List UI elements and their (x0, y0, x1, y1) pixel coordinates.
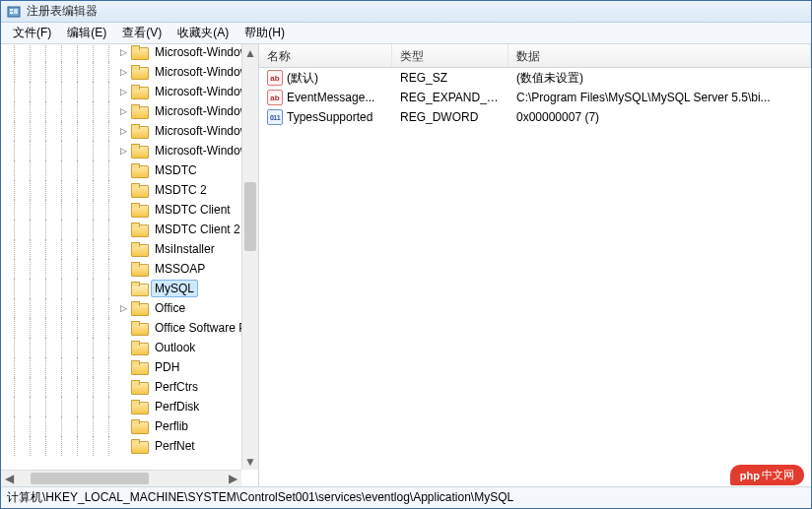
expander-icon (117, 420, 129, 432)
scroll-down-arrow-icon[interactable]: ▼ (242, 453, 258, 470)
expander-icon (117, 322, 129, 334)
tree-item-label: PDH (151, 358, 183, 376)
tree-item[interactable]: Perflib (1, 416, 258, 436)
menu-view[interactable]: 查看(V) (114, 23, 169, 43)
column-header-type[interactable]: 类型 (392, 44, 508, 67)
tree-item[interactable]: MSDTC 2 (1, 180, 258, 200)
folder-icon (131, 124, 147, 138)
value-name: (默认) (287, 70, 318, 87)
tree-item[interactable]: MSDTC Client 2 (1, 220, 258, 239)
statusbar-path: 计算机\HKEY_LOCAL_MACHINE\SYSTEM\ControlSet… (7, 489, 513, 506)
tree-item-label: MSDTC Client 2 (151, 221, 244, 238)
scroll-left-arrow-icon[interactable]: ◀ (1, 471, 18, 486)
folder-icon (131, 85, 147, 98)
tree-item-label: PerfDisk (151, 398, 203, 415)
folder-icon (131, 360, 147, 374)
folder-icon (131, 203, 147, 217)
tree-item-label: MSDTC (151, 161, 201, 179)
tree-item[interactable]: ▷Microsoft-Windows (1, 101, 258, 121)
expander-icon[interactable]: ▷ (117, 105, 129, 117)
expander-icon[interactable]: ▷ (117, 86, 129, 97)
expander-icon (117, 440, 129, 452)
expander-icon (117, 184, 129, 196)
expander-icon (117, 401, 129, 413)
tree-item[interactable]: ▷Microsoft-Windows (1, 44, 258, 62)
scroll-up-arrow-icon[interactable]: ▲ (242, 44, 258, 61)
folder-icon (131, 183, 147, 197)
tree-item[interactable]: PerfCtrs (1, 377, 258, 397)
expander-icon (117, 204, 129, 216)
expander-icon[interactable]: ▷ (117, 145, 129, 157)
menu-edit[interactable]: 编辑(E) (59, 23, 114, 43)
scroll-thumb-vertical[interactable] (244, 182, 256, 251)
expander-icon[interactable]: ▷ (117, 46, 129, 58)
titlebar[interactable]: 注册表编辑器 (1, 1, 811, 23)
value-name: EventMessage... (287, 91, 374, 104)
tree-item-label: PerfNet (151, 437, 199, 455)
value-data: C:\Program Files\MySQL\MySQL Server 5.5\… (508, 91, 811, 104)
scroll-thumb-horizontal[interactable] (31, 473, 149, 484)
statusbar: 计算机\HKEY_LOCAL_MACHINE\SYSTEM\ControlSet… (1, 486, 811, 508)
tree-item[interactable]: MSSOAP (1, 259, 258, 279)
expander-icon[interactable]: ▷ (117, 66, 129, 78)
expander-icon (117, 223, 129, 235)
folder-icon (131, 400, 147, 414)
tree-item[interactable]: MySQL (1, 279, 258, 298)
window-title: 注册表编辑器 (27, 3, 98, 20)
tree-item[interactable]: PerfNet (1, 436, 258, 456)
registry-editor-window: 注册表编辑器 文件(F) 编辑(E) 查看(V) 收藏夹(A) 帮助(H) ▷M… (0, 0, 812, 509)
expander-icon (117, 243, 129, 255)
tree-item[interactable]: PerfDisk (1, 397, 258, 416)
tree-item[interactable]: MSDTC (1, 160, 258, 180)
tree-viewport[interactable]: ▷Microsoft-Windows▷Microsoft-Windows▷Mic… (1, 44, 258, 486)
folder-icon (131, 439, 147, 453)
tree-item-label: MSDTC 2 (151, 181, 211, 199)
value-row[interactable]: ab(默认)REG_SZ(数值未设置) (259, 68, 811, 88)
tree-item[interactable]: ▷Microsoft-Windows (1, 121, 258, 141)
folder-icon (131, 419, 147, 433)
tree-item[interactable]: MsiInstaller (1, 239, 258, 259)
tree-item[interactable]: MSDTC Client (1, 200, 258, 220)
value-data: 0x00000007 (7) (508, 110, 811, 124)
column-header-name[interactable]: 名称 (259, 44, 392, 67)
content-area: ▷Microsoft-Windows▷Microsoft-Windows▷Mic… (1, 44, 811, 486)
value-row[interactable]: abEventMessage...REG_EXPAND_SZC:\Program… (259, 88, 811, 107)
folder-icon (131, 223, 147, 236)
expander-icon (117, 342, 129, 353)
expander-icon[interactable]: ▷ (117, 125, 129, 137)
tree-item[interactable]: ▷Office (1, 298, 258, 318)
scroll-right-arrow-icon[interactable]: ▶ (225, 471, 241, 486)
tree-item[interactable]: PDH (1, 357, 258, 377)
expander-icon (117, 361, 129, 373)
folder-icon (131, 242, 147, 256)
values-list-header: 名称 类型 数据 (259, 44, 811, 68)
tree-item-label: Outlook (151, 339, 199, 356)
svg-rect-3 (14, 9, 18, 14)
column-header-data[interactable]: 数据 (508, 44, 811, 67)
value-type: REG_DWORD (392, 110, 508, 124)
value-row[interactable]: 011TypesSupportedREG_DWORD0x00000007 (7) (259, 107, 811, 127)
tree-item[interactable]: Outlook (1, 338, 258, 357)
tree-item[interactable]: ▷Microsoft-Windows (1, 82, 258, 101)
menu-file[interactable]: 文件(F) (5, 23, 59, 43)
tree-item[interactable]: ▷Microsoft-Windows (1, 141, 258, 160)
tree-item[interactable]: ▷Microsoft-Windows (1, 62, 258, 82)
values-list-body[interactable]: ab(默认)REG_SZ(数值未设置)abEventMessage...REG_… (259, 68, 811, 486)
folder-icon (131, 65, 147, 79)
expander-icon (117, 283, 129, 294)
menu-favorites[interactable]: 收藏夹(A) (169, 23, 237, 43)
folder-icon (131, 144, 147, 158)
menu-help[interactable]: 帮助(H) (237, 23, 293, 43)
expander-icon (117, 263, 129, 275)
tree-scrollbar-horizontal[interactable]: ◀ ▶ (1, 470, 241, 486)
tree-pane: ▷Microsoft-Windows▷Microsoft-Windows▷Mic… (1, 44, 259, 486)
tree-item-label: PerfCtrs (151, 378, 202, 396)
tree-item[interactable]: Office Software Pro (1, 318, 258, 338)
tree-item-label: MSSOAP (151, 260, 209, 278)
menubar: 文件(F) 编辑(E) 查看(V) 收藏夹(A) 帮助(H) (1, 23, 811, 44)
tree-scrollbar-vertical[interactable]: ▲ ▼ (241, 44, 258, 470)
tree-item-label: MSDTC Client (151, 201, 235, 219)
expander-icon (117, 381, 129, 393)
tree-item-label: Perflib (151, 417, 192, 435)
expander-icon[interactable]: ▷ (117, 302, 129, 314)
